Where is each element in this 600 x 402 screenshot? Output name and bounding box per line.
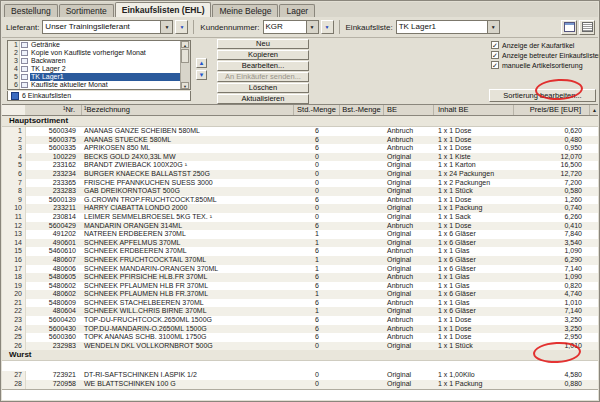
table-row[interactable]: 185480605SCHNEEK PFIRSICHE HLB.FR 370ML6… — [2, 273, 598, 282]
inhalt-be: 1 x 6 Gläser — [434, 290, 514, 299]
list-item-number: 2 — [8, 49, 20, 57]
table-row[interactable]: 15600349ANANAS GANZE SCHEIBEN 580ML6Anbr… — [2, 127, 598, 136]
std-menge: 6 — [294, 325, 340, 334]
list-item-kopie-von-kaufliste-vorheriger-monat[interactable]: 2Kopie von Kaufliste vorheriger Monat — [8, 49, 180, 57]
checkbox-checked[interactable]: ✓ — [491, 41, 499, 49]
list-scrollbar[interactable]: ▲ ▼ — [180, 41, 190, 89]
table-row[interactable]: 14490601SCHNEEK APFELMUS 370ML1Original1… — [2, 239, 598, 248]
article-number: 720958 — [26, 380, 82, 389]
table-row[interactable]: 155460610SCHNEEK ERDBEEREN 370ML6Anbruch… — [2, 247, 598, 256]
löschen-button[interactable]: Löschen — [217, 83, 309, 93]
tab-sortimente[interactable]: Sortimente — [59, 4, 114, 17]
chevron-down-icon[interactable]: ▼ — [306, 21, 318, 33]
column-header-std-menge[interactable]: Std.-Menge — [294, 105, 340, 115]
chevron-down-icon[interactable]: ▼ — [487, 21, 499, 33]
list-item-tk-lager-2[interactable]: 4TK Lager 2 — [8, 65, 180, 73]
price: 0,880 — [514, 380, 590, 389]
table-row[interactable]: 11230814LEIMER SEMMELBROESEL 5KG TEX. ¹0… — [2, 213, 598, 222]
table-row[interactable]: 35600335APRIKOSEN 850 ML6Anbruch1 x 1 Do… — [2, 144, 598, 153]
column-header-inhalt-be[interactable]: Inhalt BE — [434, 105, 514, 115]
list-item-tk-lager1[interactable]: 5TK Lager1 — [8, 73, 180, 81]
table-row[interactable]: 28720958WE BLATTSCHINKEN 100 G0Original1… — [2, 380, 598, 389]
chevron-down-icon[interactable]: ▼ — [160, 21, 172, 33]
table-row[interactable]: 16480607SCHNEEK FRUCHTCOCKTAIL 370ML1Ori… — [2, 256, 598, 265]
inhalt-be: 1 x 1 Stück — [434, 187, 514, 196]
table-row[interactable]: 26232983WENDELN DKL VOLLKORNBROT 500G0Or… — [2, 342, 598, 351]
table-row[interactable]: 235600420TOP-DU-FRUCHTCOCK.2650ML 1500G6… — [2, 316, 598, 325]
table-row[interactable]: 255600360TOPK ANANAS SCHB. 3100ML 1750G6… — [2, 333, 598, 342]
article-name: SCHNEEK FRUCHTCOCKTAIL 370ML — [82, 256, 294, 265]
article-number: 5600139 — [26, 196, 82, 205]
tab-bestellung[interactable]: Bestellung — [4, 4, 58, 17]
move-down-button[interactable]: ▼ — [196, 70, 207, 80]
bst-menge — [340, 196, 384, 205]
table-row[interactable]: 20480602SCHNEEK PFLAUMEN HLB FR.370ML1Or… — [2, 290, 598, 299]
neu-button[interactable]: Neu — [217, 39, 309, 49]
table-row[interactable]: 8233283GAB DREIKORNTOAST 500G0Original1 … — [2, 187, 598, 196]
lieferant-lookup-button[interactable]: ▼ — [175, 20, 188, 34]
tab-einkaufslisten-ehl[interactable]: Einkaufslisten (EHL) — [115, 2, 212, 17]
print-button[interactable] — [579, 20, 595, 35]
bst-menge — [340, 342, 384, 351]
table-row[interactable]: 5233162BRANDT ZWIEBACK 100X20G ¹0Origina… — [2, 161, 598, 170]
kundennummer-combo[interactable]: KGR ▼ — [263, 20, 319, 34]
tab-lager[interactable]: Lager — [279, 4, 315, 17]
table-row[interactable]: 4100229BECKS GOLD 24X0,33L MW0Original1 … — [2, 153, 598, 162]
table-row[interactable]: 13491202NATREEN ERDBEEREN 370ML1Original… — [2, 230, 598, 239]
article-name: LEIMER SEMMELBROESEL 5KG TEX. ¹ — [82, 213, 294, 222]
price: 7,140 — [514, 307, 590, 316]
column-header-rownum[interactable] — [2, 105, 26, 115]
be-unit: Original — [384, 342, 434, 351]
lieferant-combo[interactable]: Unser Trainingslieferant ▼ — [42, 20, 173, 34]
column-header-preis-be-eur[interactable]: Preis/BE [EUR] — [514, 105, 590, 115]
move-up-button[interactable]: ▲ — [196, 58, 207, 68]
scrollbar-thumb[interactable] — [181, 49, 189, 63]
list-item-kaufliste-aktueller-monat[interactable]: 6Kaufliste aktueller Monat — [8, 81, 180, 89]
table-row[interactable]: 245600430TOP.DU-MANDARIN-O.2650ML 1500G6… — [2, 325, 598, 334]
column-header-bst-menge[interactable]: Bst.-Menge — [340, 105, 384, 115]
table-row[interactable]: 7233365FRISCHE PFANNKUCHEN SUESS 30000Or… — [2, 179, 598, 188]
column-header-nr[interactable]: ¹Nr. — [26, 105, 82, 115]
einkaufsliste-combo[interactable]: TK Lager1 ▼ — [396, 20, 500, 34]
option-anzeige-betreuter-einkaufslisten[interactable]: ✓Anzeige betreuter Einkaufslisten — [491, 51, 600, 59]
table-row[interactable]: 125600429MANDARIN ORANGEN 314ML6Anbruch1… — [2, 222, 598, 231]
scroll-up-icon[interactable]: ▲ — [181, 41, 189, 48]
article-number: 233283 — [26, 187, 82, 196]
sort-order-button[interactable]: ▲ — [590, 105, 600, 115]
checkbox-checked[interactable]: ✓ — [491, 61, 499, 69]
option-anzeige-der-kaufartikel[interactable]: ✓Anzeige der Kaufartikel — [491, 41, 600, 49]
article-number: 490601 — [26, 239, 82, 248]
bst-menge — [340, 333, 384, 342]
be-unit: Original — [384, 170, 434, 179]
bearbeiten-button[interactable]: Bearbeiten... — [217, 61, 309, 71]
aktualisieren-button[interactable]: Aktualisieren — [217, 94, 309, 104]
document-icon — [21, 82, 28, 88]
kundennummer-lookup-button[interactable]: ▼ — [321, 20, 334, 34]
column-header-be[interactable]: BE — [384, 105, 434, 115]
option-manuelle-artikelsortierung[interactable]: ✓manuelle Artikelsortierung — [491, 61, 600, 69]
price: 0,950 — [514, 144, 590, 153]
kundennummer-value: KGR — [264, 21, 306, 33]
table-row[interactable]: 22480604SCHNEEK WILL.CHRIS BIRNE 370ML1O… — [2, 307, 598, 316]
table-row[interactable]: 10233211HARRY CIABATTA LONDO 20000Origin… — [2, 204, 598, 213]
table-row[interactable]: 25600375ANANAS STUECKE 580ML6Anbruch1 x … — [2, 136, 598, 145]
table-view-button[interactable] — [561, 20, 577, 35]
reorder-controls: ▲ ▼ — [196, 58, 207, 80]
list-item-getränke[interactable]: 1Getränke — [8, 41, 180, 49]
checkbox-checked[interactable]: ✓ — [491, 51, 499, 59]
table-row[interactable]: 215480609SCHNEEK STACHELBEEREN 370ML6Anb… — [2, 299, 598, 308]
table-row[interactable]: 17480606SCHNEEK MANDARIN-ORANGEN 370ML1O… — [2, 265, 598, 274]
column-header-bezeichnung[interactable]: ¹Bezeichnung — [82, 105, 294, 115]
sortierung-bearbeiten-button[interactable]: Sortierung bearbeiten... — [489, 89, 596, 102]
list-item-backwaren[interactable]: 3Backwaren — [8, 57, 180, 65]
bst-menge — [340, 230, 384, 239]
table-row[interactable]: 95600139G.CROWN TROP.FRUCHTCOCKT.850ML6A… — [2, 196, 598, 205]
table-row[interactable]: 27723921DT-RI-SAFTSCHINKEN I.ASPIK 1/20O… — [2, 371, 598, 380]
kopieren-button[interactable]: Kopieren — [217, 50, 309, 60]
table-row[interactable]: 6233234BURGER KNAECKE BALLASTST 250G0Ori… — [2, 170, 598, 179]
scroll-down-icon[interactable]: ▼ — [181, 82, 189, 89]
tab-meine-belege[interactable]: Meine Belege — [212, 4, 278, 17]
price: 0,410 — [514, 222, 590, 231]
table-body: Hauptsortiment15600349ANANAS GANZE SCHEI… — [2, 116, 598, 400]
table-row[interactable]: 195480602SCHNEEK PFLAUMEN HLB FR 370ML6A… — [2, 282, 598, 291]
